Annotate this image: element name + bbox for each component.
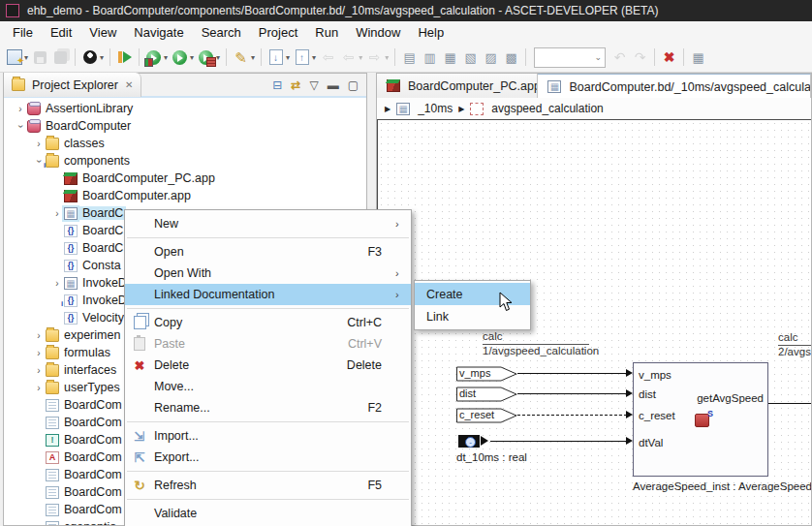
collapse-arrow-icon[interactable]: › [16, 119, 26, 133]
tree-item-formulas[interactable]: ›formulas [32, 344, 113, 361]
sequence-label-1[interactable]: calc 1/avgspeed_calculation [483, 330, 589, 357]
tree-item-consta[interactable]: Consta [50, 257, 124, 274]
tree-item-boardcom[interactable]: BoardCom [32, 466, 125, 483]
tree-item-boardcomputer-app[interactable]: BoardComputer.app [50, 187, 194, 204]
dropdown-arrow-icon[interactable]: ▾ [190, 53, 194, 62]
breadcrumb-arrow-icon[interactable]: ▶ [458, 105, 464, 113]
tab-project-explorer[interactable]: Project Explorer ✕ [4, 73, 141, 97]
build-run-button[interactable]: ▾ [196, 46, 222, 69]
tree-item-usertypes[interactable]: ›userTypes [32, 379, 123, 396]
delete-button[interactable]: ✖ [659, 46, 679, 69]
sequence-label-2[interactable]: calc 2/avgsp [778, 331, 811, 358]
close-icon[interactable]: ✕ [125, 79, 133, 90]
menu-help[interactable]: Help [409, 23, 453, 42]
tree-item-boardcom[interactable]: BoardCom [32, 501, 125, 518]
layout-horizontal-button[interactable]: ▤ [399, 46, 420, 69]
dropdown-arrow-icon[interactable]: ▾ [385, 53, 389, 62]
tree-item-experimen[interactable]: ›experimen [32, 326, 123, 344]
menu-item-linked-documentation[interactable]: Linked Documentation› [125, 284, 411, 305]
tree-item-classes[interactable]: ›classes [32, 135, 108, 152]
menu-navigate[interactable]: Navigate [125, 23, 192, 42]
expand-arrow-icon[interactable]: › [32, 365, 46, 376]
averagespeed-block[interactable]: v_mpsdistc_resetdtVal getAvgSpeed [633, 362, 768, 477]
zoom-combo[interactable]: ⌄ [534, 47, 606, 68]
menu-item-export-[interactable]: ⇱Export... [125, 447, 411, 468]
tree-item-assertionlibrary[interactable]: ›AssertionLibrary [14, 100, 136, 117]
tree-item-boardc[interactable]: BoardC [50, 239, 126, 257]
tree-item-interfaces[interactable]: ›interfaces [32, 361, 119, 379]
collapse-all-icon[interactable]: ⊟ [272, 78, 282, 92]
menu-item-delete[interactable]: ✖DeleteDelete [125, 355, 411, 376]
auto-layout-button[interactable]: ▦ [688, 46, 708, 69]
tree-item-boardcom[interactable]: BoardCom [32, 414, 125, 431]
expand-arrow-icon[interactable]: › [50, 208, 64, 219]
run-button[interactable]: ▾ [170, 46, 196, 69]
layout-align-button[interactable]: ▨ [481, 46, 501, 69]
dropdown-arrow-icon[interactable]: ▾ [164, 53, 168, 62]
menu-item-copy[interactable]: CopyCtrl+C [125, 312, 411, 333]
expand-arrow-icon[interactable]: › [32, 383, 46, 393]
tree-item-boardcom[interactable]: BoardCom [32, 483, 125, 501]
menu-item-new[interactable]: New› [125, 213, 411, 234]
submenu-item-create[interactable]: Create [415, 283, 530, 305]
run-experiment-button[interactable]: ▾ [143, 46, 170, 69]
menu-window[interactable]: Window [347, 23, 409, 42]
dropdown-arrow-icon[interactable]: ▾ [100, 53, 104, 62]
expand-arrow-icon[interactable]: › [50, 278, 64, 289]
dropdown-arrow-icon[interactable]: ▾ [359, 53, 362, 62]
expand-arrow-icon[interactable]: › [32, 330, 46, 341]
tab-boardcomputer-pc-app[interactable]: BoardComputer_PC.app [377, 74, 538, 98]
breadcrumb-arrow-icon[interactable]: ▶ [385, 105, 390, 113]
sequence-marker-icon[interactable] [695, 414, 709, 427]
dropdown-arrow-icon[interactable]: ▾ [24, 53, 28, 62]
expand-arrow-icon[interactable]: › [14, 104, 27, 114]
link-with-editor-icon[interactable]: ⇄ [291, 78, 300, 92]
dropdown-arrow-icon[interactable]: ▾ [251, 53, 255, 62]
layout-distribute-button[interactable]: ▩ [501, 46, 521, 69]
submenu-item-link[interactable]: Link [415, 305, 530, 327]
tree-item-boardcom[interactable]: BoardCom [32, 449, 125, 466]
menu-item-open[interactable]: OpenF3 [125, 241, 411, 263]
new-wizard-button[interactable]: ▾ [4, 46, 30, 69]
view-menu-icon[interactable]: ▽ [309, 78, 318, 92]
menu-item-import-[interactable]: ⇲Import... [125, 425, 411, 447]
menu-item-open-with[interactable]: Open With› [125, 263, 411, 284]
tree-item-invoked[interactable]: InvokeD [50, 292, 130, 309]
breadcrumb-method[interactable]: avgspeed_calculation [491, 102, 603, 115]
tree-item-boardcomputer[interactable]: ›BoardComputer [14, 117, 134, 135]
menu-search[interactable]: Search [193, 23, 250, 42]
tree-item-cgenoptio[interactable]: cgenoptio [32, 518, 119, 525]
resume-button[interactable] [114, 46, 135, 69]
breadcrumb-task[interactable]: _10ms [418, 102, 453, 115]
user-account-button[interactable]: ▾ [79, 46, 106, 69]
layout-vertical-button[interactable]: ▥ [420, 46, 440, 69]
menu-edit[interactable]: Edit [42, 23, 80, 42]
tree-item-boardcomputer-pc-app[interactable]: BoardComputer_PC.app [50, 170, 218, 187]
tree-item-invoked[interactable]: ›InvokeD [50, 274, 130, 292]
experiment-pen-button[interactable]: ✎▾ [231, 46, 257, 69]
maximize-icon[interactable]: ▢ [348, 78, 359, 92]
menu-run[interactable]: Run [306, 23, 347, 42]
dropdown-arrow-icon[interactable]: ▾ [286, 53, 290, 62]
layout-tree-button[interactable]: ▧ [460, 46, 481, 69]
dt-source-icon[interactable]: - [458, 435, 480, 448]
menu-item-rename-[interactable]: Rename...F2 [125, 397, 411, 418]
menu-item-refresh[interactable]: ↻RefreshF5 [125, 475, 411, 496]
tree-item-velocity[interactable]: Velocity [50, 309, 127, 326]
tab-boardcomputer-bd[interactable]: BoardComputer.bd/_10ms/avgspeed_calculat… [538, 74, 811, 99]
dropdown-arrow-icon[interactable]: ▾ [312, 53, 316, 62]
tree-item-boardcom[interactable]: BoardCom [32, 396, 125, 414]
input-flag-v_mps[interactable]: v_mps [456, 366, 517, 382]
tree-item-boardc[interactable]: ›BoardC [50, 204, 126, 222]
tree-item-boardc[interactable]: BoardC [50, 222, 126, 239]
tree-item-boardcom[interactable]: BoardCom [32, 431, 125, 449]
tree-item-components[interactable]: ›components [32, 152, 133, 170]
collapse-arrow-icon[interactable]: › [34, 154, 45, 168]
input-flag-dist[interactable]: dist [456, 387, 517, 402]
menu-view[interactable]: View [80, 23, 125, 42]
export-wizard-button[interactable]: ↑▾ [292, 46, 318, 69]
minimize-icon[interactable]: ▬ [328, 78, 339, 92]
expand-arrow-icon[interactable]: › [32, 139, 46, 149]
menu-file[interactable]: File [4, 23, 42, 42]
dropdown-arrow-icon[interactable]: ▾ [216, 53, 220, 62]
